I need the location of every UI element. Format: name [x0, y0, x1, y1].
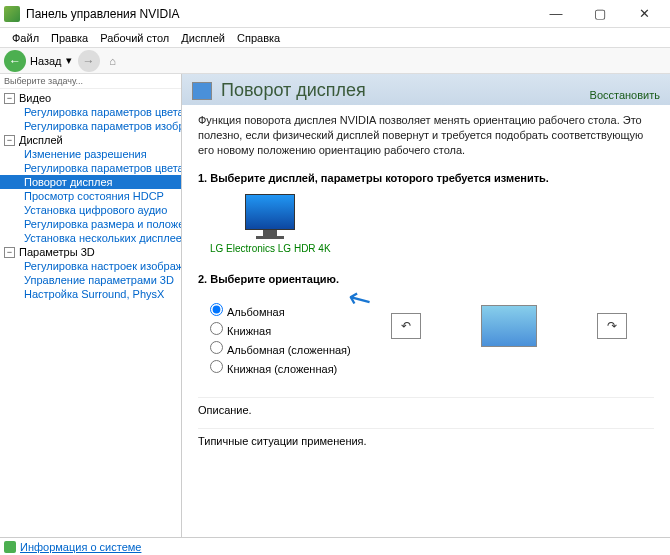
back-dropdown-icon[interactable]: ▾ [66, 54, 72, 67]
radio-portrait-flipped[interactable] [210, 360, 223, 373]
info-icon [4, 541, 16, 553]
rotate-ccw-icon: ↶ [401, 319, 411, 333]
collapse-icon[interactable]: − [4, 247, 15, 258]
tree-link-video-image[interactable]: Регулировка параметров изображения [0, 119, 181, 133]
maximize-button[interactable]: ▢ [578, 0, 622, 28]
menu-display[interactable]: Дисплей [175, 32, 231, 44]
system-info-link[interactable]: Информация о системе [20, 541, 141, 553]
orientation-preview-screen [481, 305, 537, 347]
forward-button[interactable]: → [78, 50, 100, 72]
tree-link-resolution[interactable]: Изменение разрешения [0, 147, 181, 161]
workspace: Выберите задачу... − Видео Регулировка п… [0, 74, 670, 537]
menu-edit[interactable]: Правка [45, 32, 94, 44]
nvidia-app-icon [4, 6, 20, 22]
main-panel: Поворот дисплея Восстановить Функция пов… [182, 74, 670, 537]
tree-group-label: Видео [19, 92, 51, 104]
orientation-landscape[interactable]: Альбомная [210, 301, 351, 320]
monitor-selector: LG Electronics LG HDR 4K [210, 194, 654, 255]
titlebar: Панель управления NVIDIA — ▢ ✕ [0, 0, 670, 28]
orientation-portrait-flipped[interactable]: Книжная (сложенная) [210, 358, 351, 377]
step2-row: ↖ Альбомная Книжная Альбомная (сложенная… [198, 295, 654, 391]
home-icon: ⌂ [109, 55, 116, 67]
restore-defaults-link[interactable]: Восстановить [590, 89, 660, 101]
rotate-cw-button[interactable]: ↷ [597, 313, 627, 339]
page-description: Функция поворота дисплея NVIDIA позволяе… [198, 113, 654, 158]
radio-landscape[interactable] [210, 303, 223, 316]
monitor-option[interactable]: LG Electronics LG HDR 4K [210, 194, 331, 255]
tree-link-multi-display[interactable]: Установка нескольких дисплеев [0, 231, 181, 245]
menubar: Файл Правка Рабочий стол Дисплей Справка [0, 28, 670, 48]
tree-link-desktop-color[interactable]: Регулировка параметров цвета рабоче [0, 161, 181, 175]
window-title: Панель управления NVIDIA [26, 7, 534, 21]
tree-link-rotate-display[interactable]: Поворот дисплея [0, 175, 181, 189]
tree-link-image-settings[interactable]: Регулировка настроек изображения с [0, 259, 181, 273]
step1-title: 1. Выберите дисплей, параметры которого … [198, 172, 654, 184]
sidebar: Выберите задачу... − Видео Регулировка п… [0, 74, 182, 537]
tree-link-digital-audio[interactable]: Установка цифрового аудио [0, 203, 181, 217]
back-button[interactable]: ← [4, 50, 26, 72]
tree-link-hdcp[interactable]: Просмотр состояния HDCP [0, 189, 181, 203]
radio-landscape-flipped[interactable] [210, 341, 223, 354]
rotate-cw-icon: ↷ [607, 319, 617, 333]
collapse-icon[interactable]: − [4, 135, 15, 146]
tree-group-display[interactable]: − Дисплей [0, 133, 181, 147]
back-label: Назад [30, 55, 62, 67]
typical-usage-label: Типичные ситуации применения. [198, 428, 654, 453]
tree-group-3d[interactable]: − Параметры 3D [0, 245, 181, 259]
page-body: Функция поворота дисплея NVIDIA позволяе… [182, 105, 670, 537]
orientation-options: Альбомная Книжная Альбомная (сложенная) … [210, 301, 351, 377]
orientation-label: Книжная [227, 325, 271, 337]
page-header: Поворот дисплея Восстановить [182, 74, 670, 105]
menu-desktop[interactable]: Рабочий стол [94, 32, 175, 44]
orientation-landscape-flipped[interactable]: Альбомная (сложенная) [210, 339, 351, 358]
page-title: Поворот дисплея [221, 80, 366, 101]
tree-group-video[interactable]: − Видео [0, 91, 181, 105]
footer: Информация о системе [0, 537, 670, 555]
monitor-name: LG Electronics LG HDR 4K [210, 243, 331, 255]
tree-group-label: Дисплей [19, 134, 63, 146]
toolbar: ← Назад ▾ → ⌂ [0, 48, 670, 74]
tree-link-surround-physx[interactable]: Настройка Surround, PhysX [0, 287, 181, 301]
arrow-left-icon: ← [9, 54, 21, 68]
collapse-icon[interactable]: − [4, 93, 15, 104]
orientation-label: Альбомная [227, 306, 285, 318]
tree-link-video-color[interactable]: Регулировка параметров цвета для ви [0, 105, 181, 119]
sidebar-task-label: Выберите задачу... [0, 74, 181, 89]
orientation-previews: ↶ ↷ [391, 305, 627, 347]
close-button[interactable]: ✕ [622, 0, 666, 28]
orientation-label: Альбомная (сложенная) [227, 344, 351, 356]
arrow-right-icon: → [83, 54, 95, 68]
description-section-label: Описание. [198, 397, 654, 422]
tree-link-size-position[interactable]: Регулировка размера и положения раб [0, 217, 181, 231]
orientation-label: Книжная (сложенная) [227, 363, 337, 375]
tree-group-label: Параметры 3D [19, 246, 95, 258]
monitor-base-icon [256, 236, 284, 239]
display-icon [192, 82, 212, 100]
rotate-ccw-button[interactable]: ↶ [391, 313, 421, 339]
tree: − Видео Регулировка параметров цвета для… [0, 89, 181, 303]
step2-title: 2. Выберите ориентацию. [198, 273, 654, 285]
home-button[interactable]: ⌂ [104, 52, 122, 70]
tree-link-manage-3d[interactable]: Управление параметрами 3D [0, 273, 181, 287]
minimize-button[interactable]: — [534, 0, 578, 28]
radio-portrait[interactable] [210, 322, 223, 335]
menu-file[interactable]: Файл [6, 32, 45, 44]
monitor-screen-icon [245, 194, 295, 230]
orientation-portrait[interactable]: Книжная [210, 320, 351, 339]
menu-help[interactable]: Справка [231, 32, 286, 44]
